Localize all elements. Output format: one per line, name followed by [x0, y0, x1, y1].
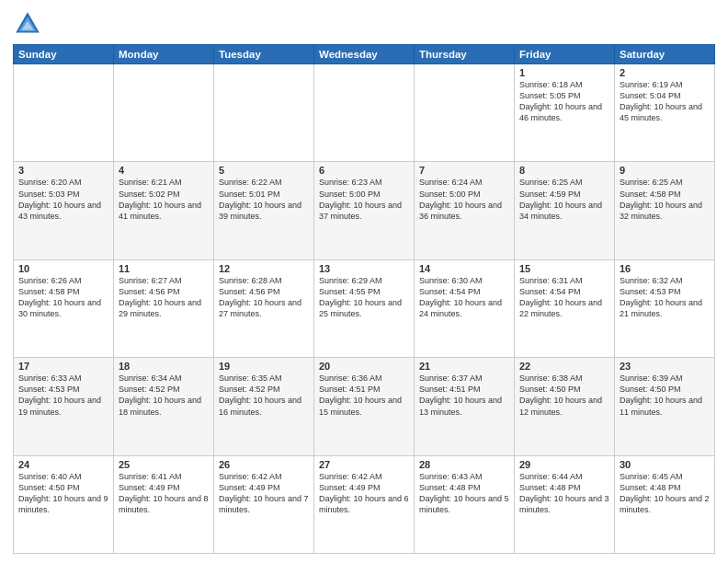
day-info: Sunrise: 6:20 AMSunset: 5:03 PMDaylight:…	[18, 177, 108, 222]
calendar-cell	[314, 64, 415, 162]
day-info: Sunrise: 6:41 AMSunset: 4:49 PMDaylight:…	[119, 471, 209, 516]
day-header-sunday: Sunday	[14, 45, 114, 64]
day-info: Sunrise: 6:33 AMSunset: 4:53 PMDaylight:…	[18, 373, 108, 418]
calendar-cell: 2Sunrise: 6:19 AMSunset: 5:04 PMDaylight…	[615, 64, 715, 162]
calendar-cell: 4Sunrise: 6:21 AMSunset: 5:02 PMDaylight…	[114, 162, 214, 259]
day-number: 22	[519, 361, 609, 372]
day-info: Sunrise: 6:25 AMSunset: 4:58 PMDaylight:…	[620, 177, 710, 222]
calendar-cell	[14, 64, 114, 162]
day-number: 13	[319, 263, 409, 274]
calendar-week-row: 1Sunrise: 6:18 AMSunset: 5:05 PMDaylight…	[14, 64, 715, 162]
day-info: Sunrise: 6:26 AMSunset: 4:58 PMDaylight:…	[18, 275, 108, 320]
calendar-week-row: 10Sunrise: 6:26 AMSunset: 4:58 PMDayligh…	[14, 259, 715, 357]
day-number: 18	[119, 361, 209, 372]
day-number: 8	[519, 165, 609, 176]
calendar-cell: 12Sunrise: 6:28 AMSunset: 4:56 PMDayligh…	[214, 259, 314, 357]
day-info: Sunrise: 6:40 AMSunset: 4:50 PMDaylight:…	[18, 471, 108, 516]
calendar-cell: 23Sunrise: 6:39 AMSunset: 4:50 PMDayligh…	[615, 358, 715, 455]
day-info: Sunrise: 6:38 AMSunset: 4:50 PMDaylight:…	[519, 373, 609, 418]
day-info: Sunrise: 6:37 AMSunset: 4:51 PMDaylight:…	[419, 373, 509, 418]
calendar-week-row: 17Sunrise: 6:33 AMSunset: 4:53 PMDayligh…	[14, 358, 715, 455]
calendar-cell: 13Sunrise: 6:29 AMSunset: 4:55 PMDayligh…	[314, 259, 415, 357]
calendar-cell: 5Sunrise: 6:22 AMSunset: 5:01 PMDaylight…	[214, 162, 314, 259]
day-header-wednesday: Wednesday	[314, 45, 415, 64]
calendar-cell: 14Sunrise: 6:30 AMSunset: 4:54 PMDayligh…	[415, 259, 515, 357]
day-number: 20	[319, 361, 409, 372]
page: SundayMondayTuesdayWednesdayThursdayFrid…	[0, 0, 728, 563]
day-info: Sunrise: 6:45 AMSunset: 4:48 PMDaylight:…	[620, 471, 710, 516]
day-info: Sunrise: 6:23 AMSunset: 5:00 PMDaylight:…	[319, 177, 409, 222]
day-info: Sunrise: 6:28 AMSunset: 4:56 PMDaylight:…	[219, 275, 309, 320]
day-info: Sunrise: 6:27 AMSunset: 4:56 PMDaylight:…	[119, 275, 209, 320]
day-number: 27	[319, 459, 409, 470]
day-number: 24	[18, 459, 108, 470]
calendar-cell: 21Sunrise: 6:37 AMSunset: 4:51 PMDayligh…	[415, 358, 515, 455]
calendar-cell	[415, 64, 515, 162]
header	[13, 9, 715, 39]
day-number: 3	[18, 165, 108, 176]
calendar-cell: 27Sunrise: 6:42 AMSunset: 4:49 PMDayligh…	[314, 455, 415, 553]
day-number: 17	[18, 361, 108, 372]
logo	[13, 9, 48, 39]
day-info: Sunrise: 6:42 AMSunset: 4:49 PMDaylight:…	[219, 471, 309, 516]
day-number: 21	[419, 361, 509, 372]
calendar-cell: 10Sunrise: 6:26 AMSunset: 4:58 PMDayligh…	[14, 259, 114, 357]
day-info: Sunrise: 6:25 AMSunset: 4:59 PMDaylight:…	[519, 177, 609, 222]
calendar-cell: 25Sunrise: 6:41 AMSunset: 4:49 PMDayligh…	[114, 455, 214, 553]
day-header-thursday: Thursday	[415, 45, 515, 64]
day-info: Sunrise: 6:36 AMSunset: 4:51 PMDaylight:…	[319, 373, 409, 418]
calendar-cell: 24Sunrise: 6:40 AMSunset: 4:50 PMDayligh…	[14, 455, 114, 553]
calendar: SundayMondayTuesdayWednesdayThursdayFrid…	[13, 44, 715, 554]
calendar-cell: 6Sunrise: 6:23 AMSunset: 5:00 PMDaylight…	[314, 162, 415, 259]
calendar-cell: 3Sunrise: 6:20 AMSunset: 5:03 PMDaylight…	[14, 162, 114, 259]
day-info: Sunrise: 6:31 AMSunset: 4:54 PMDaylight:…	[519, 275, 609, 320]
calendar-cell: 17Sunrise: 6:33 AMSunset: 4:53 PMDayligh…	[14, 358, 114, 455]
day-number: 30	[620, 459, 710, 470]
day-number: 16	[620, 263, 710, 274]
calendar-cell: 15Sunrise: 6:31 AMSunset: 4:54 PMDayligh…	[515, 259, 615, 357]
day-header-row: SundayMondayTuesdayWednesdayThursdayFrid…	[14, 45, 715, 64]
calendar-cell: 20Sunrise: 6:36 AMSunset: 4:51 PMDayligh…	[314, 358, 415, 455]
calendar-cell: 30Sunrise: 6:45 AMSunset: 4:48 PMDayligh…	[615, 455, 715, 553]
day-number: 19	[219, 361, 309, 372]
day-info: Sunrise: 6:21 AMSunset: 5:02 PMDaylight:…	[119, 177, 209, 222]
calendar-cell: 29Sunrise: 6:44 AMSunset: 4:48 PMDayligh…	[515, 455, 615, 553]
day-number: 29	[519, 459, 609, 470]
day-number: 23	[620, 361, 710, 372]
day-number: 12	[219, 263, 309, 274]
day-info: Sunrise: 6:18 AMSunset: 5:05 PMDaylight:…	[519, 79, 609, 124]
day-header-friday: Friday	[515, 45, 615, 64]
day-number: 4	[119, 165, 209, 176]
day-number: 9	[620, 165, 710, 176]
day-info: Sunrise: 6:32 AMSunset: 4:53 PMDaylight:…	[620, 275, 710, 320]
day-number: 10	[18, 263, 108, 274]
day-info: Sunrise: 6:22 AMSunset: 5:01 PMDaylight:…	[219, 177, 309, 222]
calendar-cell: 1Sunrise: 6:18 AMSunset: 5:05 PMDaylight…	[515, 64, 615, 162]
calendar-cell: 28Sunrise: 6:43 AMSunset: 4:48 PMDayligh…	[415, 455, 515, 553]
day-number: 15	[519, 263, 609, 274]
calendar-cell: 18Sunrise: 6:34 AMSunset: 4:52 PMDayligh…	[114, 358, 214, 455]
day-header-tuesday: Tuesday	[214, 45, 314, 64]
day-info: Sunrise: 6:44 AMSunset: 4:48 PMDaylight:…	[519, 471, 609, 516]
day-number: 26	[219, 459, 309, 470]
day-info: Sunrise: 6:29 AMSunset: 4:55 PMDaylight:…	[319, 275, 409, 320]
day-number: 25	[119, 459, 209, 470]
day-info: Sunrise: 6:35 AMSunset: 4:52 PMDaylight:…	[219, 373, 309, 418]
day-number: 5	[219, 165, 309, 176]
calendar-cell: 16Sunrise: 6:32 AMSunset: 4:53 PMDayligh…	[615, 259, 715, 357]
day-info: Sunrise: 6:24 AMSunset: 5:00 PMDaylight:…	[419, 177, 509, 222]
day-info: Sunrise: 6:42 AMSunset: 4:49 PMDaylight:…	[319, 471, 409, 516]
day-info: Sunrise: 6:39 AMSunset: 4:50 PMDaylight:…	[620, 373, 710, 418]
calendar-cell: 11Sunrise: 6:27 AMSunset: 4:56 PMDayligh…	[114, 259, 214, 357]
calendar-cell: 8Sunrise: 6:25 AMSunset: 4:59 PMDaylight…	[515, 162, 615, 259]
calendar-cell: 9Sunrise: 6:25 AMSunset: 4:58 PMDaylight…	[615, 162, 715, 259]
day-number: 1	[519, 67, 609, 78]
calendar-cell: 26Sunrise: 6:42 AMSunset: 4:49 PMDayligh…	[214, 455, 314, 553]
calendar-week-row: 24Sunrise: 6:40 AMSunset: 4:50 PMDayligh…	[14, 455, 715, 553]
calendar-cell	[114, 64, 214, 162]
day-number: 11	[119, 263, 209, 274]
day-number: 7	[419, 165, 509, 176]
day-number: 2	[620, 67, 710, 78]
calendar-cell	[214, 64, 314, 162]
day-info: Sunrise: 6:34 AMSunset: 4:52 PMDaylight:…	[119, 373, 209, 418]
